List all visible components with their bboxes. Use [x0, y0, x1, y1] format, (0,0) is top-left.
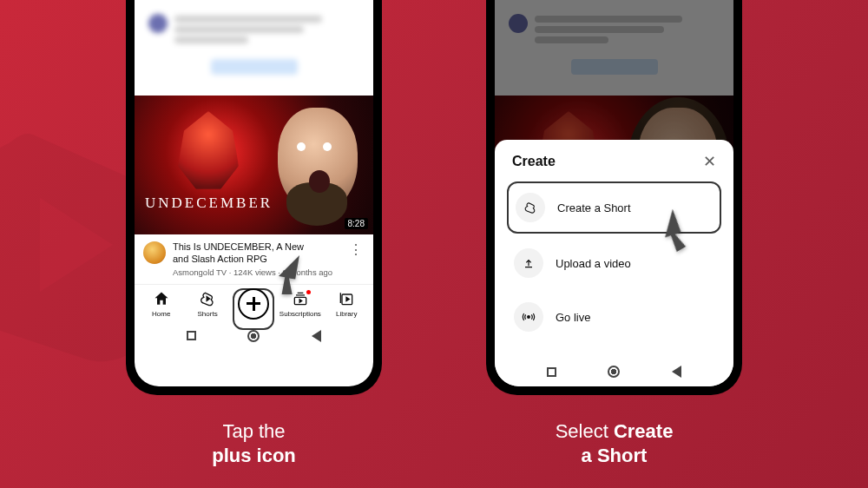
nav-library-label: Library — [336, 310, 357, 318]
android-back-icon[interactable] — [312, 330, 321, 342]
caption-left: Tap the plus icon — [212, 419, 296, 467]
upload-video-option[interactable]: Upload a video — [507, 239, 721, 287]
duration-badge: 8:28 — [345, 218, 368, 229]
nav-shorts-label: Shorts — [198, 310, 218, 318]
nav-create[interactable] — [231, 288, 276, 320]
svg-point-2 — [528, 316, 530, 319]
go-live-label: Go live — [556, 311, 590, 324]
create-short-label: Create a Short — [557, 201, 631, 214]
create-sheet: Create ✕ Create a Short Upload a vid — [495, 140, 733, 357]
go-live-option[interactable]: Go live — [507, 293, 721, 341]
nav-home[interactable]: Home — [139, 290, 184, 318]
bottom-nav: Home Shorts — [135, 284, 373, 321]
android-system-nav — [135, 321, 373, 351]
nav-subscriptions-label: Subscriptions — [279, 310, 321, 318]
notification-dot-icon — [306, 290, 311, 294]
phone-mock-left: UNDECEMBER 8:28 This Is UNDECEMBER, A Ne… — [126, 0, 382, 395]
video-thumbnail[interactable]: UNDECEMBER 8:28 — [135, 96, 373, 234]
android-recents-icon[interactable] — [187, 331, 196, 340]
nav-subscriptions[interactable]: Subscriptions — [278, 290, 323, 318]
android-back-icon[interactable] — [672, 366, 681, 378]
upload-video-label: Upload a video — [556, 257, 631, 270]
nav-shorts[interactable]: Shorts — [185, 290, 230, 318]
caption-right: Select Create a Short — [556, 419, 674, 467]
live-icon — [514, 302, 543, 332]
thumbnail-title: UNDECEMBER — [145, 195, 273, 212]
video-subline: Asmongold TV · 124K views · 9 months ago — [173, 267, 340, 277]
close-icon[interactable]: ✕ — [703, 154, 716, 169]
more-options-icon[interactable]: ⋮ — [347, 241, 365, 277]
library-icon — [338, 290, 355, 309]
nav-home-label: Home — [152, 310, 170, 318]
sheet-title: Create — [512, 154, 556, 169]
create-short-option[interactable]: Create a Short — [507, 181, 721, 234]
home-icon — [153, 290, 170, 309]
android-system-nav — [495, 357, 733, 386]
upload-icon — [514, 248, 543, 278]
plus-icon — [238, 288, 269, 320]
android-home-icon[interactable] — [608, 366, 620, 378]
video-title: This Is UNDECEMBER, A New Hack and Slash… — [173, 241, 340, 266]
nav-library[interactable]: Library — [324, 290, 369, 318]
shorts-icon — [516, 193, 545, 222]
phone-mock-right: Create ✕ Create a Short Upload a vid — [486, 0, 742, 395]
channel-avatar[interactable] — [143, 241, 166, 264]
android-recents-icon[interactable] — [547, 367, 556, 377]
video-metadata-row[interactable]: This Is UNDECEMBER, A New Hack and Slash… — [135, 234, 373, 284]
shorts-icon — [199, 290, 216, 309]
android-home-icon[interactable] — [247, 330, 260, 342]
blurred-feed-card — [135, 0, 373, 96]
